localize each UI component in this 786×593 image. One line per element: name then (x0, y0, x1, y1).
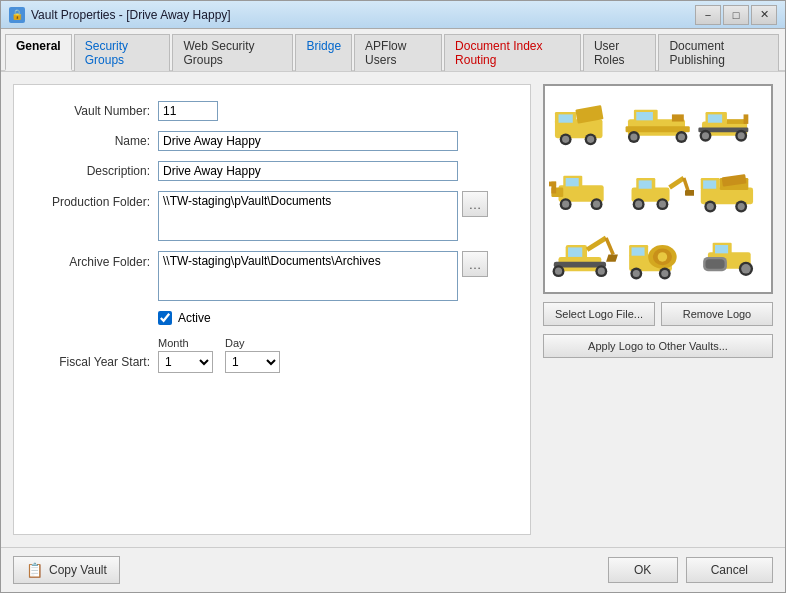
svg-point-61 (598, 268, 605, 275)
svg-point-74 (633, 270, 640, 277)
description-label: Description: (30, 164, 150, 178)
svg-point-13 (631, 133, 638, 140)
svg-point-59 (555, 268, 562, 275)
vehicle-svg-6 (696, 159, 767, 218)
select-logo-button[interactable]: Select Logo File... (543, 302, 655, 326)
copy-vault-button[interactable]: 📋 Copy Vault (13, 556, 120, 584)
logo-panel: Select Logo File... Remove Logo Apply Lo… (543, 84, 773, 535)
vault-number-label: Vault Number: (30, 104, 150, 118)
svg-rect-81 (705, 259, 724, 269)
logo-cell-7 (549, 223, 620, 288)
svg-rect-46 (685, 190, 693, 196)
content-area: Vault Number: Name: Description: Product… (1, 72, 785, 547)
logo-cell-9 (696, 223, 767, 288)
svg-rect-32 (549, 182, 556, 187)
svg-rect-69 (632, 247, 645, 255)
fiscal-selects: Month 1 2 3 4 5 6 7 8 9 10 11 (158, 337, 280, 373)
logo-cell-3 (696, 90, 767, 155)
day-label: Day (225, 337, 280, 349)
svg-rect-26 (743, 114, 748, 124)
archive-folder-row: Archive Folder: \\TW-staging\pVault\Docu… (30, 251, 514, 301)
svg-line-64 (587, 238, 606, 250)
svg-point-41 (635, 201, 642, 208)
cancel-button[interactable]: Cancel (686, 557, 773, 583)
svg-rect-39 (639, 181, 652, 189)
svg-rect-63 (568, 247, 582, 257)
apply-logo-button[interactable]: Apply Logo to Other Vaults... (543, 334, 773, 358)
archive-folder-wrap: \\TW-staging\pVault\Documents\Archives … (158, 251, 488, 301)
vehicle-svg-7 (549, 226, 620, 285)
tab-apflow-users[interactable]: APFlow Users (354, 34, 442, 71)
svg-point-76 (662, 270, 669, 277)
logo-cell-8 (622, 223, 693, 288)
svg-point-36 (593, 201, 600, 208)
svg-point-6 (587, 135, 594, 142)
svg-point-15 (678, 133, 685, 140)
logo-cell-6 (696, 157, 767, 222)
active-label: Active (178, 311, 211, 325)
production-folder-row: Production Folder: \\TW-staging\pVault\D… (30, 191, 514, 241)
tab-general[interactable]: General (5, 34, 72, 71)
logo-cell-1 (549, 90, 620, 155)
archive-folder-browse-button[interactable]: … (462, 251, 488, 277)
bottom-right: OK Cancel (608, 557, 773, 583)
svg-rect-19 (708, 114, 722, 122)
vault-number-row: Vault Number: (30, 101, 514, 121)
name-label: Name: (30, 134, 150, 148)
svg-point-83 (741, 264, 751, 274)
tab-security-groups[interactable]: Security Groups (74, 34, 171, 71)
vehicle-svg-5 (622, 159, 693, 218)
production-folder-label: Production Folder: (30, 191, 150, 209)
tab-document-index-routing[interactable]: Document Index Routing (444, 34, 581, 71)
minimize-button[interactable]: − (695, 5, 721, 25)
production-folder-input[interactable]: \\TW-staging\pVault\Documents (158, 191, 458, 241)
active-row: Active (158, 311, 514, 325)
vehicle-svg-4 (549, 159, 620, 218)
day-select[interactable]: 1 2 3 4 5 6 7 8 9 10 15 20 25 (225, 351, 280, 373)
svg-rect-2 (559, 114, 573, 122)
title-bar-left: 🔒 Vault Properties - [Drive Away Happy] (9, 7, 231, 23)
description-input[interactable] (158, 161, 458, 181)
copy-vault-icon: 📋 (26, 562, 43, 578)
form-panel: Vault Number: Name: Description: Product… (13, 84, 531, 535)
remove-logo-button[interactable]: Remove Logo (661, 302, 773, 326)
main-window: 🔒 Vault Properties - [Drive Away Happy] … (0, 0, 786, 593)
svg-marker-66 (606, 254, 618, 261)
logo-cell-2 (622, 90, 693, 155)
production-folder-wrap: \\TW-staging\pVault\Documents … (158, 191, 488, 241)
bottom-bar: 📋 Copy Vault OK Cancel (1, 547, 785, 592)
description-row: Description: (30, 161, 514, 181)
archive-folder-input[interactable]: \\TW-staging\pVault\Documents\Archives (158, 251, 458, 301)
tab-user-roles[interactable]: User Roles (583, 34, 657, 71)
svg-rect-79 (715, 245, 728, 253)
restore-button[interactable]: □ (723, 5, 749, 25)
active-checkbox[interactable] (158, 311, 172, 325)
name-input[interactable] (158, 131, 458, 151)
vehicle-svg-9 (696, 226, 767, 285)
close-button[interactable]: ✕ (751, 5, 777, 25)
production-folder-browse-button[interactable]: … (462, 191, 488, 217)
svg-line-65 (606, 238, 613, 255)
fiscal-year-label: Fiscal Year Start: (30, 337, 150, 369)
title-bar: 🔒 Vault Properties - [Drive Away Happy] … (1, 1, 785, 29)
svg-line-44 (670, 178, 684, 188)
month-label: Month (158, 337, 213, 349)
tab-web-security-groups[interactable]: Web Security Groups (172, 34, 293, 71)
month-group: Month 1 2 3 4 5 6 7 8 9 10 11 (158, 337, 213, 373)
window-icon: 🔒 (9, 7, 25, 23)
vehicle-svg-8 (622, 226, 693, 285)
vehicle-svg-1 (549, 93, 620, 152)
tab-bridge[interactable]: Bridge (295, 34, 352, 71)
logo-display (543, 84, 773, 294)
svg-point-53 (706, 203, 713, 210)
title-controls: − □ ✕ (695, 5, 777, 25)
svg-rect-25 (727, 119, 746, 124)
svg-rect-10 (637, 112, 654, 120)
tab-document-publishing[interactable]: Document Publishing (658, 34, 779, 71)
ok-button[interactable]: OK (608, 557, 678, 583)
month-select[interactable]: 1 2 3 4 5 6 7 8 9 10 11 12 (158, 351, 213, 373)
vault-number-input[interactable] (158, 101, 218, 121)
archive-folder-label: Archive Folder: (30, 251, 150, 269)
svg-rect-49 (703, 181, 716, 189)
name-row: Name: (30, 131, 514, 151)
